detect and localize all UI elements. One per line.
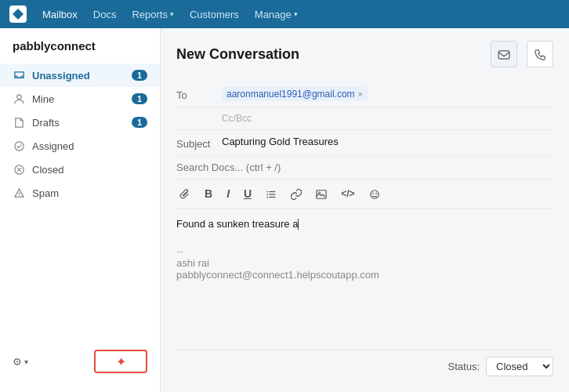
email-icon — [498, 47, 510, 61]
page-title: New Conversation — [176, 46, 481, 63]
nav-manage[interactable]: Manage ▾ — [255, 9, 298, 20]
nav-customers[interactable]: Customers — [190, 9, 239, 20]
bold-button[interactable]: B — [201, 186, 216, 201]
attach-button[interactable] — [176, 186, 194, 201]
signature-email: pabblyconnect@connect1.helpscoutapp.com — [176, 269, 553, 281]
sidebar-item-unassigned[interactable]: Unassigned 1 — [0, 64, 160, 87]
bold-icon: B — [205, 187, 212, 200]
editor-toolbar: B I U — [176, 180, 553, 209]
sidebar-item-spam[interactable]: Spam — [0, 181, 160, 205]
cursor — [298, 219, 299, 230]
attach-icon — [179, 187, 190, 200]
phone-icon — [535, 47, 545, 61]
italic-button[interactable]: I — [223, 186, 233, 201]
cc-bcc-label[interactable]: Cc/Bcc — [222, 113, 252, 124]
gear-button[interactable]: ⚙ ▾ — [13, 356, 28, 368]
image-icon — [316, 187, 327, 200]
emoji-button[interactable] — [366, 186, 383, 201]
to-row: To aaronmanuel1991@gmail.com × — [176, 82, 553, 107]
gear-chevron-icon: ▾ — [24, 358, 28, 366]
mine-badge: 1 — [132, 93, 147, 104]
svg-point-9 — [266, 194, 268, 195]
svg-point-8 — [266, 191, 268, 193]
phone-mode-button[interactable] — [527, 41, 553, 67]
sidebar: pabblyconnect Unassigned 1 Mine 1 — [0, 28, 161, 392]
link-button[interactable] — [288, 186, 305, 201]
closed-icon — [13, 163, 25, 176]
image-button[interactable] — [313, 186, 330, 201]
nav-reports[interactable]: Reports ▾ — [132, 9, 174, 20]
link-icon — [291, 187, 302, 200]
nav-logo[interactable] — [9, 5, 27, 23]
status-select[interactable]: Closed Open Pending — [486, 357, 553, 376]
nav-docs[interactable]: Docs — [93, 9, 117, 20]
underline-button[interactable]: U — [241, 186, 255, 201]
reports-chevron-icon: ▾ — [170, 10, 174, 18]
top-nav: Mailbox Docs Reports ▾ Customers Manage … — [0, 0, 569, 28]
person-icon — [13, 93, 25, 105]
nav-mailbox[interactable]: Mailbox — [42, 9, 78, 20]
sidebar-item-drafts[interactable]: Drafts 1 — [0, 111, 160, 134]
svg-point-10 — [266, 197, 268, 198]
draft-icon — [13, 116, 25, 129]
app-layout: pabblyconnect Unassigned 1 Mine 1 — [0, 28, 569, 392]
subject-value — [222, 136, 553, 147]
signature: -- ashi rai pabblyconnect@connect1.helps… — [176, 245, 553, 281]
subject-label: Subject — [176, 136, 222, 150]
svg-point-13 — [370, 191, 379, 199]
subject-input[interactable] — [222, 136, 553, 147]
svg-point-3 — [18, 195, 19, 196]
list-button[interactable] — [263, 186, 280, 201]
drafts-badge: 1 — [132, 117, 147, 128]
email-tag[interactable]: aaronmanuel1991@gmail.com × — [222, 87, 368, 101]
code-button[interactable]: </> — [338, 187, 357, 201]
main-content: New Conversation To — [161, 28, 569, 392]
signature-name: ashi rai — [176, 257, 553, 269]
unassigned-badge: 1 — [132, 70, 147, 81]
assigned-icon — [13, 140, 25, 152]
svg-point-1 — [14, 141, 23, 150]
sidebar-item-assigned[interactable]: Assigned — [0, 134, 160, 158]
italic-icon: I — [227, 187, 230, 200]
svg-point-15 — [375, 193, 377, 194]
email-mode-button[interactable] — [491, 41, 517, 67]
to-value[interactable]: aaronmanuel1991@gmail.com × — [222, 87, 553, 101]
spam-icon — [13, 187, 25, 199]
new-conversation-button[interactable]: ✦ — [94, 350, 147, 373]
editor-area[interactable]: Found a sunken treasure a -- ashi rai pa… — [176, 209, 553, 350]
signature-dash: -- — [176, 245, 553, 257]
editor-footer: Status: Closed Open Pending — [176, 350, 553, 379]
svg-point-14 — [371, 193, 373, 194]
inbox-icon — [13, 69, 25, 82]
gear-icon: ⚙ — [13, 356, 22, 368]
sidebar-item-closed[interactable]: Closed — [0, 158, 160, 181]
brand-name: pabblyconnect — [0, 39, 160, 64]
to-label: To — [176, 87, 222, 101]
emoji-icon — [369, 187, 380, 200]
subject-row: Subject — [176, 130, 553, 156]
list-icon — [266, 187, 277, 200]
svg-rect-4 — [498, 51, 509, 59]
remove-email-button[interactable]: × — [358, 89, 363, 99]
code-icon: </> — [341, 188, 354, 199]
compose-icon: ✦ — [116, 354, 126, 369]
svg-point-0 — [16, 94, 21, 99]
main-header: New Conversation — [176, 41, 553, 67]
sidebar-bottom: ⚙ ▾ ✦ — [0, 342, 160, 381]
cc-bcc-row: Cc/Bcc — [176, 107, 553, 130]
sidebar-item-mine[interactable]: Mine 1 — [0, 87, 160, 111]
underline-icon: U — [244, 187, 252, 200]
status-label: Status: — [448, 361, 480, 372]
editor-text: Found a sunken treasure a — [176, 218, 298, 230]
manage-chevron-icon: ▾ — [294, 10, 298, 18]
to-label-spacer — [176, 113, 222, 115]
search-docs-input[interactable] — [176, 156, 553, 180]
